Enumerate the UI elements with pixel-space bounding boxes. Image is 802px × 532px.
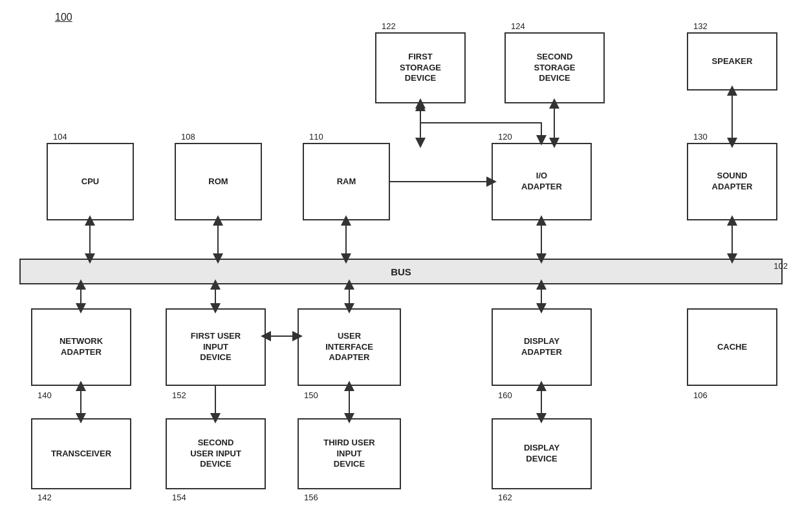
- cpu-id: 104: [53, 132, 67, 142]
- cache-label: CACHE: [717, 342, 747, 353]
- first-user-input-id: 152: [172, 390, 186, 400]
- network-adapter-id: 140: [38, 390, 52, 400]
- user-interface-adapter-box: USER INTERFACE ADAPTER: [298, 308, 401, 386]
- bus-label: BUS: [391, 266, 411, 277]
- bus-bar: BUS: [19, 259, 783, 284]
- rom-label: ROM: [208, 176, 228, 187]
- display-adapter-id: 160: [498, 390, 512, 400]
- second-storage-id: 124: [511, 21, 525, 31]
- ram-box: RAM: [303, 143, 390, 220]
- io-adapter-id: 120: [498, 132, 512, 142]
- diagram-container: 100 BUS 102 CPU 104 ROM 108 RAM 110 I/O …: [0, 0, 802, 532]
- second-user-input-label: SECOND USER INPUT DEVICE: [190, 438, 241, 471]
- display-adapter-box: DISPLAY ADAPTER: [492, 308, 592, 386]
- rom-id: 108: [181, 132, 195, 142]
- second-user-input-box: SECOND USER INPUT DEVICE: [166, 418, 266, 489]
- diagram-title: 100: [55, 12, 72, 23]
- speaker-box: SPEAKER: [687, 32, 777, 90]
- bus-id-label: 102: [774, 261, 788, 271]
- third-user-input-label: THIRD USER INPUT DEVICE: [323, 438, 374, 471]
- rom-box: ROM: [175, 143, 262, 220]
- display-device-id: 162: [498, 493, 512, 502]
- display-device-label: DISPLAY DEVICE: [524, 443, 559, 465]
- speaker-label: SPEAKER: [712, 56, 753, 67]
- user-interface-adapter-label: USER INTERFACE ADAPTER: [325, 331, 373, 364]
- user-interface-adapter-id: 150: [304, 390, 318, 400]
- transceiver-id: 142: [38, 493, 52, 502]
- second-storage-box: SECOND STORAGE DEVICE: [504, 32, 605, 103]
- cpu-label: CPU: [81, 176, 99, 187]
- third-user-input-id: 156: [304, 493, 318, 502]
- speaker-id: 132: [693, 21, 708, 31]
- first-user-input-box: FIRST USER INPUT DEVICE: [166, 308, 266, 386]
- ram-id: 110: [309, 132, 323, 142]
- cache-box: CACHE: [687, 308, 777, 386]
- io-adapter-label: I/O ADAPTER: [521, 171, 562, 193]
- sound-adapter-label: SOUND ADAPTER: [712, 171, 753, 193]
- io-adapter-box: I/O ADAPTER: [492, 143, 592, 220]
- ram-label: RAM: [337, 176, 356, 187]
- transceiver-label: TRANSCEIVER: [51, 449, 111, 460]
- second-user-input-id: 154: [172, 493, 186, 502]
- first-storage-id: 122: [382, 21, 396, 31]
- cache-id: 106: [693, 390, 708, 400]
- sound-adapter-id: 130: [693, 132, 708, 142]
- display-adapter-label: DISPLAY ADAPTER: [521, 336, 562, 358]
- transceiver-box: TRANSCEIVER: [31, 418, 131, 489]
- display-device-box: DISPLAY DEVICE: [492, 418, 592, 489]
- network-adapter-box: NETWORK ADAPTER: [31, 308, 131, 386]
- third-user-input-box: THIRD USER INPUT DEVICE: [298, 418, 401, 489]
- first-storage-label: FIRST STORAGE DEVICE: [400, 52, 441, 85]
- second-storage-label: SECOND STORAGE DEVICE: [534, 52, 575, 85]
- first-user-input-label: FIRST USER INPUT DEVICE: [191, 331, 241, 364]
- first-storage-box: FIRST STORAGE DEVICE: [375, 32, 466, 103]
- cpu-box: CPU: [47, 143, 134, 220]
- sound-adapter-box: SOUND ADAPTER: [687, 143, 777, 220]
- network-adapter-label: NETWORK ADAPTER: [60, 336, 103, 358]
